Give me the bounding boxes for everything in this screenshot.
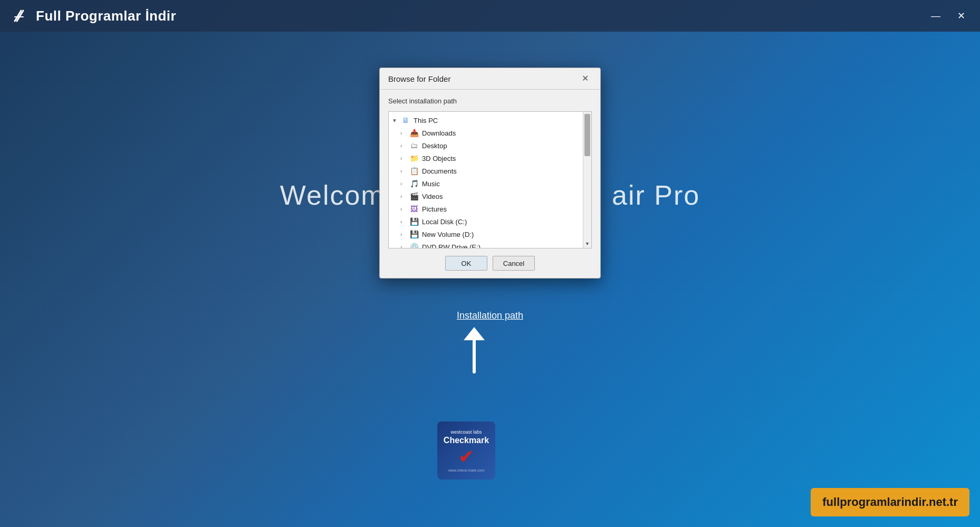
3d-folder-icon: 📁 xyxy=(409,154,419,162)
tree-label-music: Music xyxy=(422,180,580,188)
tree-item-pictures[interactable]: › 🖼 Pictures xyxy=(389,203,583,215)
browse-folder-dialog: Browse for Folder ✕ Select installation … xyxy=(379,68,601,279)
badge-url: www.check-mark.com xyxy=(448,468,484,472)
dvd-rw-icon: 💿 xyxy=(409,243,419,248)
chevron-dvd-rw-e: › xyxy=(400,244,409,248)
chevron-new-volume-d: › xyxy=(400,232,409,237)
tree-item-this-pc[interactable]: ▼ 🖥 This PC xyxy=(389,114,583,127)
tree-label-3d-objects: 3D Objects xyxy=(422,155,580,162)
checkmark-tick-icon: ✔ xyxy=(458,447,474,466)
chevron-pictures: › xyxy=(400,206,409,212)
chevron-music: › xyxy=(400,181,409,187)
tree-label-this-pc: This PC xyxy=(414,117,580,124)
dialog-title-bar: Browse for Folder ✕ xyxy=(380,68,600,90)
tree-label-dvd-rw-e: DVD RW Drive (E:) xyxy=(422,243,580,248)
arrow-container xyxy=(458,324,490,379)
app-title: Full Programlar İndir xyxy=(36,8,176,24)
folder-tree[interactable]: ▼ 🖥 This PC › 📥 Downloads › xyxy=(389,112,591,248)
main-content: Welcome… air Pro By installing c… ivacy … xyxy=(0,32,980,527)
tree-item-3d-objects[interactable]: › 📁 3D Objects xyxy=(389,152,583,165)
new-volume-d-icon: 💾 xyxy=(409,230,419,238)
scrollbar-thumb[interactable] xyxy=(584,114,590,156)
title-bar-controls: — ✕ xyxy=(927,9,969,23)
chevron-videos: › xyxy=(400,194,409,199)
tree-scrollbar[interactable]: ▲ ▼ xyxy=(583,112,591,248)
minimize-button[interactable]: — xyxy=(927,9,945,23)
pictures-folder-icon: 🖼 xyxy=(409,205,419,213)
upward-arrow-icon xyxy=(458,324,490,377)
title-bar: Full Programlar İndir — ✕ xyxy=(0,0,980,32)
dialog-overlay: Browse for Folder ✕ Select installation … xyxy=(0,32,980,527)
tree-item-videos[interactable]: › 🎬 Videos xyxy=(389,190,583,203)
chevron-desktop: › xyxy=(400,143,409,149)
tree-label-new-volume-d: New Volume (D:) xyxy=(422,231,580,238)
checkmark-title: Checkmark xyxy=(444,436,489,445)
tree-item-new-volume-d[interactable]: › 💾 New Volume (D:) xyxy=(389,228,583,241)
tree-item-documents[interactable]: › 📋 Documents xyxy=(389,165,583,177)
music-folder-icon: 🎵 xyxy=(409,179,419,188)
tree-item-desktop[interactable]: › 🗂 Desktop xyxy=(389,139,583,152)
dialog-close-button[interactable]: ✕ xyxy=(579,73,592,84)
chevron-this-pc: ▼ xyxy=(392,118,400,123)
tree-label-pictures: Pictures xyxy=(422,205,580,213)
chevron-downloads: › xyxy=(400,130,409,136)
dialog-instruction: Select installation path xyxy=(388,97,592,105)
tree-label-videos: Videos xyxy=(422,193,580,200)
scroll-down-arrow[interactable]: ▼ xyxy=(583,239,591,248)
westcoast-brand: westcoast labs xyxy=(450,429,482,435)
videos-folder-icon: 🎬 xyxy=(409,192,419,200)
tree-item-music[interactable]: › 🎵 Music xyxy=(389,177,583,190)
close-button[interactable]: ✕ xyxy=(953,9,969,23)
documents-folder-icon: 📋 xyxy=(409,167,419,175)
tree-item-downloads[interactable]: › 📥 Downloads xyxy=(389,127,583,139)
tree-item-local-disk-c[interactable]: › 💾 Local Disk (C:) xyxy=(389,215,583,228)
checkmark-badge: westcoast labs Checkmark ✔ www.check-mar… xyxy=(437,421,495,480)
tree-label-desktop: Desktop xyxy=(422,142,580,150)
local-disk-c-icon: 💾 xyxy=(409,217,419,226)
tree-label-local-disk-c: Local Disk (C:) xyxy=(422,218,580,226)
chevron-documents: › xyxy=(400,168,409,174)
dialog-body: Select installation path ▼ 🖥 This PC › 📥 xyxy=(380,90,600,248)
monitor-icon: 🖥 xyxy=(400,116,411,124)
cancel-button[interactable]: Cancel xyxy=(493,256,535,271)
download-folder-icon: 📥 xyxy=(409,129,419,137)
folder-tree-container: ▼ 🖥 This PC › 📥 Downloads › xyxy=(388,111,592,248)
app-logo-icon xyxy=(11,6,30,25)
tree-item-dvd-rw-e[interactable]: › 💿 DVD RW Drive (E:) xyxy=(389,241,583,248)
dialog-title: Browse for Folder xyxy=(388,74,450,83)
tree-label-downloads: Downloads xyxy=(422,129,580,137)
website-badge: fullprogramlarindir.net.tr xyxy=(811,488,969,516)
dialog-footer: OK Cancel xyxy=(380,248,600,278)
ok-button[interactable]: OK xyxy=(445,256,487,271)
desktop-folder-icon: 🗂 xyxy=(409,141,419,150)
chevron-local-disk-c: › xyxy=(400,219,409,225)
tree-label-documents: Documents xyxy=(422,167,580,175)
title-bar-left: Full Programlar İndir xyxy=(11,6,176,25)
svg-marker-5 xyxy=(464,327,485,340)
installation-path-label: Installation path xyxy=(457,310,523,321)
chevron-3d-objects: › xyxy=(400,156,409,161)
